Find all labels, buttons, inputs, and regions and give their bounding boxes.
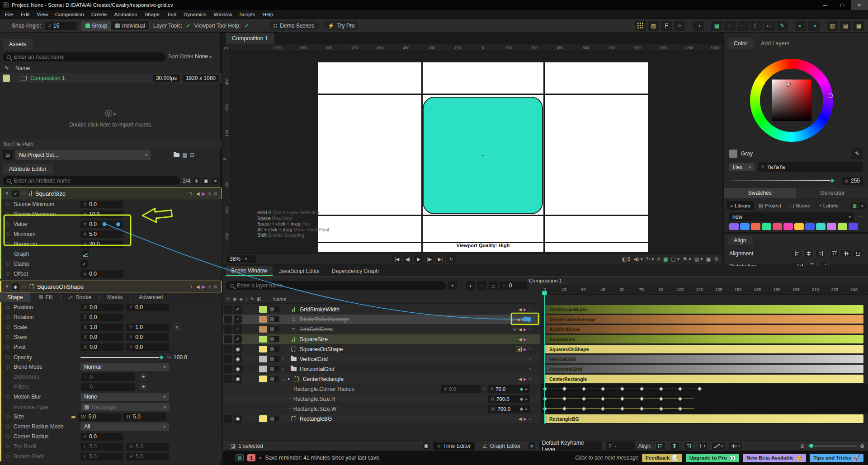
lock-cell[interactable]: [224, 355, 232, 363]
demo-scenes-button[interactable]: Demo Scenes: [269, 21, 319, 30]
next-keyframe-icon[interactable]: ▸: [525, 407, 528, 411]
viewport[interactable]: Composition 1 -1200-1050-900-750-600-450…: [223, 33, 722, 264]
status-button-new-beta-available[interactable]: New Beta Available🥳: [743, 454, 806, 462]
add-filters-button[interactable]: +: [140, 383, 147, 390]
layer-row-rectangle-size-h[interactable]: Rectangle.Size.HH700.0◆▸: [223, 394, 540, 404]
keyframe-diamond[interactable]: [581, 407, 586, 411]
align-left-icon[interactable]: [792, 249, 802, 258]
pin-icon[interactable]: ▣: [203, 178, 209, 184]
shape-tab-stroke[interactable]: Stroke: [61, 292, 99, 302]
status-button-upgrade-to-pro[interactable]: Upgrade to Pro👀: [686, 454, 739, 462]
timeline-bar-horizontalgrid[interactable]: HorizontalGrid: [545, 365, 863, 373]
attr-row-minimum[interactable]: Minimum#5.0: [1, 229, 222, 239]
flag-icon[interactable]: ⚑ ▾: [683, 256, 691, 262]
attribute-socket[interactable]: [6, 335, 9, 339]
keyframe-value-field[interactable]: W700.0◆▸: [488, 405, 530, 413]
attribute-socket[interactable]: [6, 435, 9, 438]
next-keyframe-icon[interactable]: ▶: [524, 327, 527, 332]
attribute-editor-tab[interactable]: Attribute Editor: [3, 164, 53, 174]
alpha-slider[interactable]: [729, 180, 834, 181]
opacity-slider-knob[interactable]: [159, 355, 164, 360]
save-reminder-message[interactable]: Save reminder: 41 minutes since your las…: [265, 455, 380, 461]
layer-row-verticalgrid[interactable]: ◉›VerticalGrid○: [223, 354, 540, 364]
timeline-track-rectangle-size-h[interactable]: [541, 394, 868, 404]
palette-swatch-2[interactable]: [751, 223, 760, 230]
layer-row-squaresize[interactable]: ✓SquareSize◀▶○: [223, 334, 540, 344]
layer-color-swatch[interactable]: [259, 346, 267, 352]
layer-color-swatch[interactable]: [259, 356, 267, 362]
layer-color-swatch[interactable]: [259, 366, 267, 372]
snap-angle-field[interactable]: # 15: [45, 22, 77, 30]
enabled-checkbox[interactable]: ✓: [234, 305, 242, 314]
prev-keyframe-icon[interactable]: ◀: [519, 377, 522, 381]
play-button[interactable]: ▶: [414, 255, 423, 263]
number-field[interactable]: L5.0: [80, 443, 123, 451]
palette-dropdown[interactable]: new▾: [729, 212, 854, 221]
dock-icon[interactable]: ▣: [423, 442, 429, 449]
layers-icon[interactable]: ▤ ▾: [694, 256, 703, 262]
connection-dot-blue[interactable]: [526, 317, 531, 322]
number-field[interactable]: #0.0: [80, 433, 123, 441]
lock-cell[interactable]: [224, 335, 232, 343]
viewport-tab-composition[interactable]: Composition 1: [226, 33, 274, 44]
lock-cell[interactable]: [224, 365, 232, 373]
keyframe-value-field[interactable]: H700.0◆▸: [488, 395, 530, 403]
attr-row-scale[interactable]: ScaleX1.0Y1.0⇅: [1, 322, 222, 332]
layer-search-input[interactable]: Enter a layer name: [226, 281, 446, 290]
dots-grid-icon[interactable]: [635, 21, 646, 31]
value-connection-dot[interactable]: [116, 222, 120, 226]
tab-dependency-graph[interactable]: Dependency Graph: [326, 266, 384, 276]
layer-tools-checkbox[interactable]: ✓: [186, 23, 190, 29]
attribute-socket[interactable]: [6, 455, 9, 458]
attr-row-size[interactable]: Size◀▶W5.0H5.0: [1, 412, 222, 422]
next-keyframe-icon[interactable]: ▶: [524, 417, 527, 421]
layer-row-rectanglebg[interactable]: ◉RectangleBG◀▶○: [223, 414, 540, 424]
number-field[interactable]: #0.0: [80, 270, 123, 278]
palette-swatch-0[interactable]: [729, 223, 739, 230]
attribute-socket[interactable]: [6, 202, 9, 206]
attr-row-source-minimum[interactable]: Source Minimum#0.0: [1, 199, 222, 209]
display-icon[interactable]: ▢ ▾: [671, 256, 679, 262]
attr-row-source-maximum[interactable]: Source Maximum#10.0: [1, 209, 222, 219]
keyframe-layer-dropdown[interactable]: Default Keyframe Layer: [539, 442, 602, 450]
number-field[interactable]: Y0.0: [126, 304, 169, 311]
add-layer-button[interactable]: +: [448, 281, 457, 290]
palette-swatch-1[interactable]: [740, 223, 750, 230]
attribute-socket[interactable]: [6, 395, 9, 399]
arc-tool-icon[interactable]: ☾: [750, 21, 762, 31]
project-dropdown[interactable]: No Project Set...▾: [15, 150, 151, 160]
attr-row-pivot[interactable]: PivotX0.0Y0.0: [1, 342, 222, 352]
keyframe-value-field[interactable]: #0.0: [441, 385, 481, 393]
palette-more-icon[interactable]: ⋯: [858, 214, 863, 220]
align-top-icon[interactable]: [829, 249, 840, 258]
alpha-field[interactable]: A255: [842, 177, 863, 185]
ruler-icon[interactable]: ▭: [764, 21, 775, 31]
attribute-socket[interactable]: [6, 325, 9, 329]
pin-icon[interactable]: ⊹: [208, 284, 211, 289]
menu-item-dynamics[interactable]: Dynamics: [180, 11, 209, 18]
attribute-socket[interactable]: [6, 232, 9, 236]
prev-keyframe-icon[interactable]: ◀: [519, 337, 522, 342]
tab-color[interactable]: Color: [727, 38, 754, 49]
attribute-socket[interactable]: [6, 305, 9, 309]
next-keyframe-icon[interactable]: ▶: [202, 284, 206, 289]
go-to-start-button[interactable]: |◀: [392, 255, 401, 263]
minimize-button[interactable]: —: [816, 0, 834, 10]
keyframe-diamond[interactable]: [659, 407, 663, 411]
lock-cell[interactable]: [224, 325, 232, 333]
keyframe-diamond[interactable]: [620, 407, 625, 411]
tab-generator[interactable]: Generator: [797, 188, 868, 198]
eyedropper-icon[interactable]: ✎: [851, 148, 863, 159]
timeline-zoom-knob[interactable]: [809, 444, 813, 448]
beads-icon[interactable]: ∴: [724, 21, 736, 31]
rows-icon[interactable]: ▤: [840, 21, 851, 31]
keyframe-diamond[interactable]: [678, 397, 683, 401]
palette-swatch-11[interactable]: [849, 223, 858, 230]
grid-toggle-icon[interactable]: ▦: [663, 256, 668, 262]
lib-tab-labels[interactable]: ◔ Labels: [815, 201, 842, 210]
opacity-slider[interactable]: [80, 357, 163, 358]
attr-row-corner-radius[interactable]: Corner Radius#0.0: [1, 432, 222, 442]
attr-row-value[interactable]: Value#0.0: [1, 219, 222, 229]
timeline-bar-squaresize[interactable]: SquareSize: [545, 335, 863, 343]
solo-dot[interactable]: ●: [288, 377, 290, 381]
